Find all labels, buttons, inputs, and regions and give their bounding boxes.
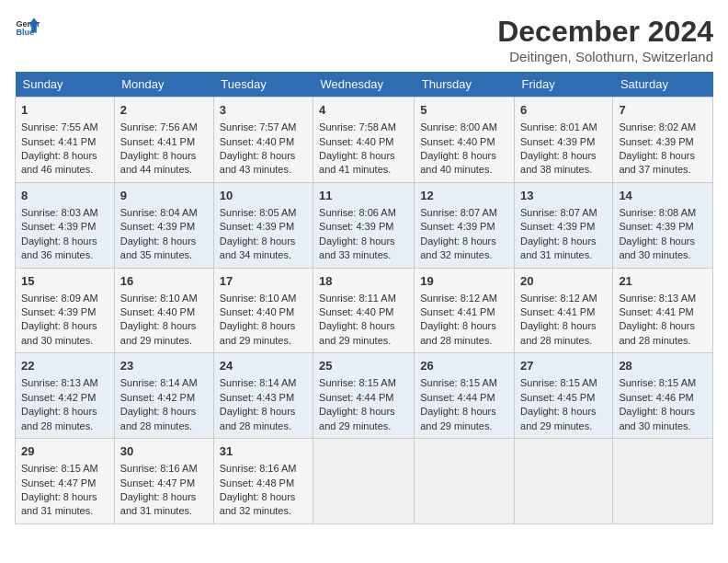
sunset-text: Sunset: 4:41 PM (120, 136, 195, 147)
day-number: 29 (21, 443, 108, 460)
daylight-text: Daylight: 8 hours and 37 minutes. (619, 150, 695, 175)
sunrise-text: Sunrise: 8:13 AM (21, 377, 98, 388)
logo-icon: General Blue (15, 15, 40, 40)
sunset-text: Sunset: 4:41 PM (420, 306, 495, 317)
sunrise-text: Sunrise: 8:14 AM (220, 377, 297, 388)
daylight-text: Daylight: 8 hours and 32 minutes. (420, 236, 496, 260)
day-number: 10 (220, 188, 307, 204)
day-number: 8 (21, 188, 108, 204)
day-cell-4: 4Sunrise: 7:58 AMSunset: 4:40 PMDaylight… (313, 98, 415, 183)
day-number: 26 (420, 358, 508, 374)
day-number: 16 (120, 273, 208, 290)
daylight-text: Daylight: 8 hours and 28 minutes. (420, 320, 496, 345)
sunset-text: Sunset: 4:46 PM (619, 392, 693, 403)
sunrise-text: Sunrise: 8:08 AM (619, 207, 696, 218)
sunrise-text: Sunrise: 8:02 AM (619, 121, 696, 132)
sunset-text: Sunset: 4:47 PM (120, 477, 195, 488)
sunrise-text: Sunrise: 8:13 AM (619, 293, 696, 304)
day-cell-30: 30Sunrise: 8:16 AMSunset: 4:47 PMDayligh… (114, 439, 213, 524)
sunset-text: Sunset: 4:40 PM (220, 306, 294, 317)
week-row-1: 1Sunrise: 7:55 AMSunset: 4:41 PMDaylight… (16, 98, 713, 183)
day-cell-18: 18Sunrise: 8:11 AMSunset: 4:40 PMDayligh… (313, 268, 415, 353)
daylight-text: Daylight: 8 hours and 30 minutes. (619, 406, 695, 431)
daylight-text: Daylight: 8 hours and 31 minutes. (120, 491, 197, 516)
day-cell-23: 23Sunrise: 8:14 AMSunset: 4:42 PMDayligh… (114, 353, 213, 439)
sunrise-text: Sunrise: 8:16 AM (220, 463, 297, 474)
sunrise-text: Sunrise: 8:01 AM (520, 121, 597, 132)
sunset-text: Sunset: 4:40 PM (120, 306, 195, 317)
sunrise-text: Sunrise: 8:16 AM (120, 463, 198, 474)
day-cell-3: 3Sunrise: 7:57 AMSunset: 4:40 PMDaylight… (213, 98, 313, 183)
day-number: 19 (420, 273, 508, 290)
day-number: 21 (619, 273, 707, 290)
week-row-3: 15Sunrise: 8:09 AMSunset: 4:39 PMDayligh… (16, 268, 713, 353)
sunset-text: Sunset: 4:39 PM (319, 221, 393, 232)
day-cell-27: 27Sunrise: 8:15 AMSunset: 4:45 PMDayligh… (515, 353, 613, 439)
day-number: 30 (120, 443, 208, 460)
title-area: December 2024 Deitingen, Solothurn, Swit… (497, 15, 713, 64)
daylight-text: Daylight: 8 hours and 40 minutes. (420, 150, 496, 175)
sunset-text: Sunset: 4:39 PM (520, 136, 595, 147)
header-tuesday: Tuesday (213, 72, 313, 98)
day-cell-20: 20Sunrise: 8:12 AMSunset: 4:41 PMDayligh… (515, 268, 613, 353)
sunrise-text: Sunrise: 7:57 AM (220, 121, 297, 132)
sunset-text: Sunset: 4:39 PM (21, 221, 96, 232)
day-cell-17: 17Sunrise: 8:10 AMSunset: 4:40 PMDayligh… (213, 268, 313, 353)
sunrise-text: Sunrise: 8:09 AM (21, 293, 98, 304)
day-cell-11: 11Sunrise: 8:06 AMSunset: 4:39 PMDayligh… (313, 182, 415, 268)
daylight-text: Daylight: 8 hours and 43 minutes. (220, 150, 296, 175)
sunrise-text: Sunrise: 8:15 AM (21, 463, 98, 474)
day-cell-7: 7Sunrise: 8:02 AMSunset: 4:39 PMDaylight… (613, 98, 713, 183)
sunrise-text: Sunrise: 8:03 AM (21, 207, 98, 218)
sunrise-text: Sunrise: 8:15 AM (619, 377, 696, 388)
sunset-text: Sunset: 4:39 PM (220, 221, 294, 232)
sunrise-text: Sunrise: 8:11 AM (319, 293, 396, 304)
day-number: 22 (21, 358, 108, 374)
week-row-5: 29Sunrise: 8:15 AMSunset: 4:47 PMDayligh… (16, 439, 713, 524)
daylight-text: Daylight: 8 hours and 28 minutes. (220, 406, 296, 431)
day-number: 18 (319, 273, 408, 290)
daylight-text: Daylight: 8 hours and 34 minutes. (220, 236, 296, 260)
day-cell-28: 28Sunrise: 8:15 AMSunset: 4:46 PMDayligh… (613, 353, 713, 439)
day-number: 24 (220, 358, 307, 374)
daylight-text: Daylight: 8 hours and 28 minutes. (520, 320, 597, 345)
page-subtitle: Deitingen, Solothurn, Switzerland (497, 49, 713, 64)
daylight-text: Daylight: 8 hours and 30 minutes. (619, 236, 695, 260)
sunrise-text: Sunrise: 7:55 AM (21, 121, 98, 132)
sunset-text: Sunset: 4:42 PM (120, 392, 195, 403)
day-number: 20 (520, 273, 607, 290)
day-cell-21: 21Sunrise: 8:13 AMSunset: 4:41 PMDayligh… (613, 268, 713, 353)
svg-text:Blue: Blue (16, 28, 34, 37)
calendar-table: SundayMondayTuesdayWednesdayThursdayFrid… (15, 72, 713, 524)
day-number: 4 (319, 102, 408, 119)
logo: General Blue (15, 15, 40, 40)
daylight-text: Daylight: 8 hours and 44 minutes. (120, 150, 197, 175)
sunset-text: Sunset: 4:40 PM (220, 136, 294, 147)
header-row: SundayMondayTuesdayWednesdayThursdayFrid… (16, 72, 713, 98)
sunset-text: Sunset: 4:40 PM (319, 306, 393, 317)
day-number: 17 (220, 273, 307, 290)
day-cell-29: 29Sunrise: 8:15 AMSunset: 4:47 PMDayligh… (16, 439, 115, 524)
day-number: 15 (21, 273, 108, 290)
day-number: 14 (619, 188, 707, 204)
sunset-text: Sunset: 4:39 PM (619, 136, 693, 147)
day-number: 9 (120, 188, 208, 204)
daylight-text: Daylight: 8 hours and 41 minutes. (319, 150, 395, 175)
sunset-text: Sunset: 4:39 PM (619, 221, 693, 232)
day-cell-26: 26Sunrise: 8:15 AMSunset: 4:44 PMDayligh… (415, 353, 515, 439)
day-number: 13 (520, 188, 607, 204)
daylight-text: Daylight: 8 hours and 38 minutes. (520, 150, 597, 175)
day-cell-12: 12Sunrise: 8:07 AMSunset: 4:39 PMDayligh… (415, 182, 515, 268)
sunrise-text: Sunrise: 7:58 AM (319, 121, 396, 132)
sunrise-text: Sunrise: 8:00 AM (420, 121, 497, 132)
daylight-text: Daylight: 8 hours and 29 minutes. (220, 320, 296, 345)
sunrise-text: Sunrise: 8:07 AM (420, 207, 497, 218)
empty-cell (313, 439, 415, 524)
sunrise-text: Sunrise: 8:10 AM (120, 293, 198, 304)
sunset-text: Sunset: 4:42 PM (21, 392, 96, 403)
day-cell-14: 14Sunrise: 8:08 AMSunset: 4:39 PMDayligh… (613, 182, 713, 268)
sunrise-text: Sunrise: 7:56 AM (120, 121, 198, 132)
daylight-text: Daylight: 8 hours and 28 minutes. (619, 320, 695, 345)
daylight-text: Daylight: 8 hours and 31 minutes. (520, 236, 597, 260)
day-cell-10: 10Sunrise: 8:05 AMSunset: 4:39 PMDayligh… (213, 182, 313, 268)
